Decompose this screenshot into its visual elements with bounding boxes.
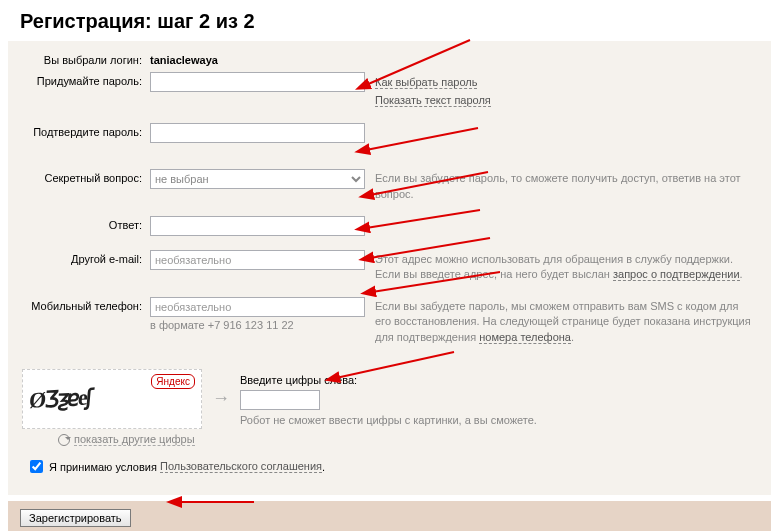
captcha-refresh-link[interactable]: показать другие цифры <box>74 433 195 446</box>
page-title: Регистрация: шаг 2 из 2 <box>0 0 779 41</box>
password-confirm-row: Подтвердите пароль: <box>22 123 757 143</box>
answer-label: Ответ: <box>22 216 150 231</box>
agreement-link[interactable]: Пользовательского соглашения <box>160 460 322 473</box>
secret-question-select[interactable]: не выбран <box>150 169 365 189</box>
agreement-row: Я принимаю условия Пользовательского сог… <box>30 460 757 473</box>
submit-bar: Зарегистрировать <box>8 501 771 531</box>
captcha-label: Введите цифры слева: <box>240 374 537 386</box>
secret-question-row: Секретный вопрос: не выбран Если вы забу… <box>22 169 757 202</box>
password-row: Придумайте пароль: Как выбрать пароль По… <box>22 72 757 109</box>
login-value: taniaclewaya <box>150 51 365 66</box>
captcha-brand: Яндекс <box>151 374 195 389</box>
password-hints: Как выбрать пароль Показать текст пароля <box>365 72 757 109</box>
phone-input[interactable] <box>150 297 365 317</box>
phone-format-hint: в формате +7 916 123 11 22 <box>150 319 365 331</box>
answer-row: Ответ: <box>22 216 757 236</box>
password-input[interactable] <box>150 72 365 92</box>
password-label: Придумайте пароль: <box>22 72 150 87</box>
login-row: Вы выбрали логин: taniaclewaya <box>22 51 757 66</box>
email-hint: Этот адрес можно использовать для обраще… <box>365 250 757 283</box>
register-button[interactable]: Зарегистрировать <box>20 509 131 527</box>
captcha-note: Робот не сможет ввести цифры с картинки,… <box>240 414 537 426</box>
captcha-glyphs: ØƷƺɐeʃ <box>28 384 92 413</box>
email-row: Другой e-mail: Этот адрес можно использо… <box>22 250 757 283</box>
password-confirm-label: Подтвердите пароль: <box>22 123 150 138</box>
captcha-input[interactable] <box>240 390 320 410</box>
answer-input[interactable] <box>150 216 365 236</box>
email-label: Другой e-mail: <box>22 250 150 265</box>
phone-row: Мобильный телефон: в формате +7 916 123 … <box>22 297 757 345</box>
captcha-image: ØƷƺɐeʃ Яндекс <box>22 369 202 429</box>
agreement-text: Я принимаю условия <box>49 461 157 473</box>
email-input[interactable] <box>150 250 365 270</box>
refresh-icon <box>58 434 70 446</box>
secret-question-label: Секретный вопрос: <box>22 169 150 184</box>
email-confirm-link[interactable]: запрос о подтверждении <box>613 268 740 281</box>
secret-question-hint: Если вы забудете пароль, то сможете полу… <box>365 169 757 202</box>
captcha-area: ØƷƺɐeʃ Яндекс → Введите цифры слева: Роб… <box>22 359 757 429</box>
login-label: Вы выбрали логин: <box>22 51 150 66</box>
agreement-checkbox[interactable] <box>30 460 43 473</box>
how-choose-password-link[interactable]: Как выбрать пароль <box>375 76 477 89</box>
phone-label: Мобильный телефон: <box>22 297 150 312</box>
captcha-refresh: показать другие цифры <box>58 433 757 446</box>
phone-hint: Если вы забудете пароль, мы сможем отпра… <box>365 297 757 345</box>
password-confirm-input[interactable] <box>150 123 365 143</box>
arrow-right-icon: → <box>212 388 230 409</box>
registration-form: Вы выбрали логин: taniaclewaya Придумайт… <box>8 41 771 495</box>
show-password-link[interactable]: Показать текст пароля <box>375 94 491 107</box>
phone-number-link[interactable]: номера телефона <box>479 331 571 344</box>
